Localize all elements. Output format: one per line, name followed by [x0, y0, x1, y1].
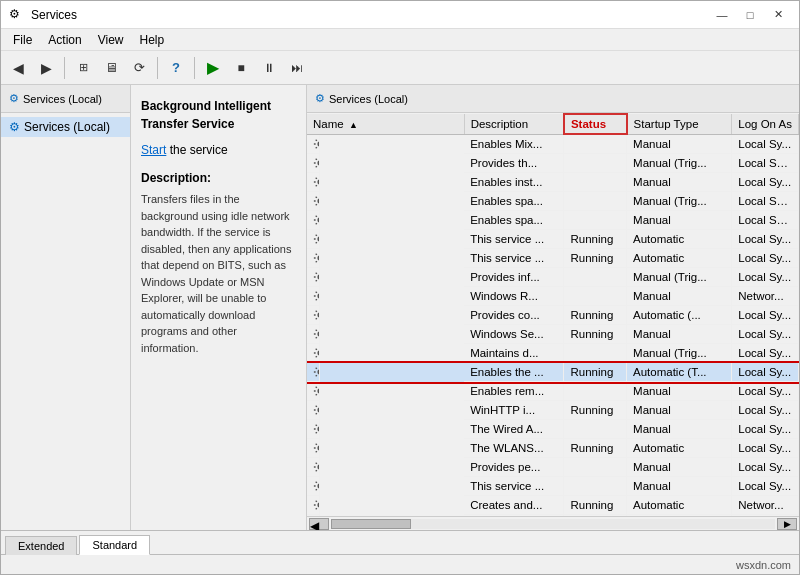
service-name-cell: WLAN AutoConfig — [307, 439, 320, 458]
close-button[interactable]: ✕ — [765, 5, 791, 25]
service-icon — [313, 251, 320, 265]
service-status-cell: Running — [564, 401, 627, 420]
minimize-button[interactable]: — — [709, 5, 735, 25]
start-service-button[interactable]: ▶ — [200, 55, 226, 81]
sidebar-tree: ⚙ Services (Local) — [1, 113, 130, 141]
scroll-thumb[interactable] — [331, 519, 411, 529]
service-logon-cell: Local Sy... — [732, 382, 799, 401]
scroll-right-btn[interactable]: ▶ — [777, 518, 797, 530]
table-row[interactable]: Windows Remote Manage...Windows R...Manu… — [307, 287, 799, 306]
right-panel: Background Intelligent Transfer Service … — [131, 85, 799, 530]
table-row[interactable]: Work FoldersThis service ...ManualLocal … — [307, 477, 799, 496]
table-row[interactable]: Windows Perception ServiceEnables spa...… — [307, 192, 799, 211]
svg-point-11 — [317, 350, 320, 355]
service-desc-cell: Enables spa... — [464, 211, 564, 230]
pause-service-button[interactable]: ⏸ — [256, 55, 282, 81]
service-logon-cell: Local Sy... — [732, 268, 799, 287]
service-logon-cell: Local Se... — [732, 154, 799, 173]
table-row[interactable]: Windows Perception Simul...Enables spa..… — [307, 211, 799, 230]
service-name-cell: Windows PushToInstall Ser... — [307, 268, 320, 287]
table-row[interactable]: Windows SearchProvides co...RunningAutom… — [307, 306, 799, 325]
col-header-status[interactable]: Status — [564, 114, 627, 134]
table-row[interactable]: WLAN AutoConfigThe WLANS...RunningAutoma… — [307, 439, 799, 458]
service-startup-cell: Manual — [627, 477, 732, 496]
services-table: Name ▲ Description Status — [307, 113, 799, 516]
col-header-description[interactable]: Description — [464, 114, 564, 134]
refresh-button[interactable]: ⟳ — [126, 55, 152, 81]
table-row[interactable]: WinHTTP Web Proxy Auto-...WinHTTP i...Ru… — [307, 401, 799, 420]
service-name-cell: Windows Time — [307, 344, 320, 363]
start-service-link[interactable]: Start — [141, 143, 166, 157]
service-logon-cell: Local Se... — [732, 211, 799, 230]
back-button[interactable]: ◀ — [5, 55, 31, 81]
service-status-cell: Running — [564, 230, 627, 249]
sidebar-item-services-local[interactable]: ⚙ Services (Local) — [1, 117, 130, 137]
status-bar: wsxdn.com — [1, 554, 799, 574]
service-desc-cell: This service ... — [464, 249, 564, 268]
service-status-cell — [564, 192, 627, 211]
start-service-text: the service — [166, 143, 227, 157]
svg-point-16 — [317, 445, 320, 450]
table-row[interactable]: WorkstationCreates and...RunningAutomati… — [307, 496, 799, 515]
table-row[interactable]: Windows Push Notification...This service… — [307, 249, 799, 268]
menu-action[interactable]: Action — [40, 31, 89, 49]
svg-point-3 — [317, 198, 320, 203]
table-row[interactable]: Windows Modules InstallerEnables inst...… — [307, 173, 799, 192]
stop-service-button[interactable]: ■ — [228, 55, 254, 81]
service-logon-cell: Local Sy... — [732, 230, 799, 249]
service-startup-cell: Manual (Trig... — [627, 192, 732, 211]
tab-extended[interactable]: Extended — [5, 536, 77, 555]
menu-help[interactable]: Help — [132, 31, 173, 49]
service-startup-cell: Automatic — [627, 496, 732, 515]
app-icon: ⚙ — [9, 7, 25, 23]
svg-point-17 — [317, 464, 320, 469]
tab-standard[interactable]: Standard — [79, 535, 150, 555]
service-logon-cell: Local Se... — [732, 192, 799, 211]
service-icon — [313, 384, 320, 398]
service-name-cell: Windows Perception Service — [307, 192, 320, 211]
service-name-cell: Windows Update Medic Ser... — [307, 382, 320, 401]
service-startup-cell: Automatic (... — [627, 306, 732, 325]
table-row[interactable]: Windows Mixed Reality Op...Enables Mix..… — [307, 134, 799, 154]
service-name-cell: Wired AutoConfig — [307, 420, 320, 439]
service-name-cell: Windows Push Notification... — [307, 249, 320, 268]
table-row[interactable]: Windows Mobile Hotspot S...Provides th..… — [307, 154, 799, 173]
sidebar-header-label: Services (Local) — [23, 93, 102, 105]
bottom-tabs: Extended Standard — [1, 530, 799, 554]
service-name-cell: Windows Mixed Reality Op... — [307, 135, 320, 154]
menu-file[interactable]: File — [5, 31, 40, 49]
maximize-button[interactable]: □ — [737, 5, 763, 25]
window-controls: — □ ✕ — [709, 5, 791, 25]
col-header-name[interactable]: Name ▲ — [307, 114, 464, 134]
help-button[interactable]: ? — [163, 55, 189, 81]
svg-point-5 — [317, 236, 320, 241]
service-startup-cell: Manual — [627, 401, 732, 420]
selected-service-name: Background Intelligent Transfer Service — [141, 97, 296, 133]
table-row[interactable]: Windows Update Medic Ser...Enables rem..… — [307, 382, 799, 401]
show-hide-button[interactable]: ⊞ — [70, 55, 96, 81]
table-row[interactable]: Windows TimeMaintains d...Manual (Trig..… — [307, 344, 799, 363]
restart-service-button[interactable]: ⏭ — [284, 55, 310, 81]
col-header-startup[interactable]: Startup Type — [627, 114, 732, 134]
col-header-logon[interactable]: Log On As — [732, 114, 799, 134]
forward-button[interactable]: ▶ — [33, 55, 59, 81]
table-row[interactable]: WMI Performance AdapterProvides pe...Man… — [307, 458, 799, 477]
service-icon — [313, 441, 320, 455]
services-table-container[interactable]: Name ▲ Description Status — [307, 113, 799, 516]
table-row[interactable]: Windows Push Notification...This service… — [307, 230, 799, 249]
svg-point-1 — [317, 160, 320, 165]
table-row[interactable]: Windows PushToInstall Ser...Provides inf… — [307, 268, 799, 287]
service-desc-cell: Provides th... — [464, 154, 564, 173]
horizontal-scrollbar[interactable]: ◀ ▶ — [307, 516, 799, 530]
service-logon-cell: Networ... — [732, 496, 799, 515]
table-row[interactable]: Windows Security ServiceWindows Se...Run… — [307, 325, 799, 344]
service-name-cell: Work Folders — [307, 477, 320, 496]
menu-view[interactable]: View — [90, 31, 132, 49]
table-row[interactable]: Windows UpdateEnables the ...RunningAuto… — [307, 363, 799, 382]
service-logon-cell: Local Sy... — [732, 439, 799, 458]
service-desc-cell: Windows R... — [464, 287, 564, 306]
properties-button[interactable]: 🖥 — [98, 55, 124, 81]
scroll-left-btn[interactable]: ◀ — [309, 518, 329, 530]
service-status-cell — [564, 420, 627, 439]
table-row[interactable]: Wired AutoConfigThe Wired A...ManualLoca… — [307, 420, 799, 439]
